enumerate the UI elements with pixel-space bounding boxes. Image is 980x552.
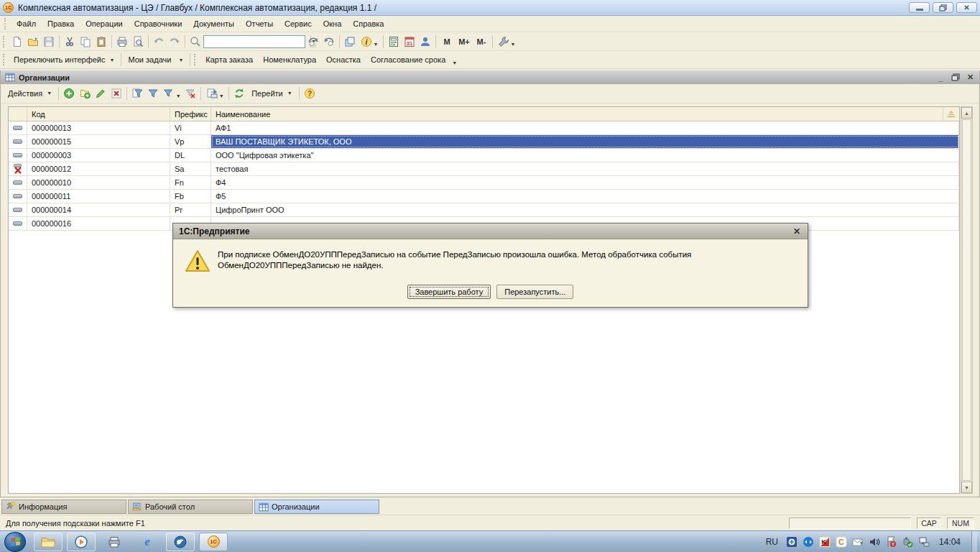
table-row[interactable]: 000000011 Fb Ф5 xyxy=(9,190,959,203)
1c-taskbar-button[interactable]: 1С xyxy=(199,533,228,551)
memory-m-button[interactable]: M xyxy=(438,34,456,49)
cell-prefix[interactable]: Vp xyxy=(170,135,211,148)
minimize-button[interactable] xyxy=(909,2,930,13)
user-monitor-button[interactable] xyxy=(417,34,433,49)
tray-comodo-icon[interactable]: C xyxy=(836,536,847,548)
cell-name[interactable]: ЦифроПринт ООО xyxy=(211,203,959,216)
menu-edit[interactable]: Правка xyxy=(42,17,80,30)
table-row-selected[interactable]: 000000015 Vp ВАШ ПОСТАВЩИК ЭТИКЕТОК, ООО xyxy=(9,135,959,149)
table-row[interactable]: 000000013 Vi АФ1 xyxy=(9,121,959,135)
switch-interface-button[interactable]: Переключить интерфейс ▼ xyxy=(9,53,119,66)
language-indicator[interactable]: RU xyxy=(766,537,778,547)
print-preview-button[interactable] xyxy=(130,34,146,49)
my-tasks-button[interactable]: Мои задачи ▼ xyxy=(124,53,188,66)
cell-code[interactable]: 000000003 xyxy=(27,149,170,162)
nav-order-map[interactable]: Карта заказа xyxy=(200,53,258,66)
table-row[interactable]: 000000010 Fn Ф4 xyxy=(9,176,959,190)
tray-utility-icon[interactable] xyxy=(786,536,798,548)
tray-volume-icon[interactable] xyxy=(869,536,880,548)
toolbar-grip[interactable] xyxy=(194,54,198,65)
find-next-button[interactable] xyxy=(305,34,321,49)
add-button[interactable] xyxy=(61,86,77,101)
cell-code[interactable]: 000000014 xyxy=(27,203,170,216)
menu-help[interactable]: Справка xyxy=(347,17,389,30)
dialog-close-button[interactable]: ✕ xyxy=(792,226,802,236)
cell-prefix[interactable]: Sa xyxy=(170,162,211,175)
clock[interactable]: 14:04 xyxy=(939,537,961,547)
calculator-button[interactable] xyxy=(386,34,402,49)
cell-name[interactable]: тестовая xyxy=(211,162,959,175)
search-combobox[interactable]: ▼ xyxy=(203,35,305,48)
paste-button[interactable] xyxy=(93,34,109,49)
tray-action-center-icon[interactable] xyxy=(885,536,897,548)
undo-button[interactable] xyxy=(151,34,167,49)
calendar-button[interactable]: 31 xyxy=(402,34,417,49)
cell-code[interactable]: 000000015 xyxy=(27,135,170,148)
nav-term-approval[interactable]: Согласование срока xyxy=(366,53,450,66)
end-session-button[interactable]: Завершить работу xyxy=(407,285,491,299)
settings-button[interactable]: ▼ xyxy=(495,34,518,49)
table-row[interactable]: 000000014 Pr ЦифроПринт ООО xyxy=(9,203,959,217)
find-previous-button[interactable] xyxy=(321,34,337,49)
nav-nomenclature[interactable]: Номенклатура xyxy=(258,53,321,66)
header-code[interactable]: Код xyxy=(27,107,170,121)
print-button[interactable] xyxy=(114,34,130,49)
menu-reports[interactable]: Отчеты xyxy=(240,17,279,30)
add-group-button[interactable] xyxy=(77,86,93,101)
output-list-button[interactable]: ▼ xyxy=(203,86,226,101)
refresh-button[interactable] xyxy=(231,86,247,101)
filter-history-button[interactable]: ▼ xyxy=(161,86,182,101)
tray-teamviewer-icon[interactable] xyxy=(803,536,814,548)
cut-button[interactable] xyxy=(62,34,78,49)
tray-kaspersky-icon[interactable]: K xyxy=(819,536,831,548)
cell-name[interactable]: АФ1 xyxy=(211,121,959,134)
cell-prefix[interactable]: Fb xyxy=(170,190,211,203)
header-name[interactable]: Наименование xyxy=(211,107,943,121)
search-input[interactable] xyxy=(204,37,310,47)
table-row-marked-deleted[interactable]: 000000012 Sa тестовая xyxy=(9,162,959,176)
printer-taskbar-button[interactable] xyxy=(100,533,129,551)
cell-name[interactable]: Ф4 xyxy=(211,176,959,189)
ie-taskbar-button[interactable]: e xyxy=(133,533,162,551)
cell-prefix[interactable]: DL xyxy=(170,149,211,162)
cell-prefix[interactable]: Pr xyxy=(170,203,211,216)
redo-button[interactable] xyxy=(167,34,182,49)
cell-prefix[interactable]: Vi xyxy=(170,121,211,134)
edit-button[interactable] xyxy=(93,86,108,101)
goto-button[interactable]: Перейти ▼ xyxy=(247,87,297,100)
toolbar-grip[interactable] xyxy=(4,18,8,29)
menu-catalogs[interactable]: Справочники xyxy=(129,17,188,30)
tab-desktop[interactable]: Рабочий стол xyxy=(128,500,253,514)
thunderbird-taskbar-button[interactable] xyxy=(166,533,195,551)
header-icon-column[interactable] xyxy=(9,107,27,121)
cell-code[interactable]: 000000013 xyxy=(27,121,170,134)
memory-m-minus-button[interactable]: M- xyxy=(473,34,490,49)
help-button[interactable]: ? xyxy=(302,86,318,101)
cell-code[interactable]: 000000011 xyxy=(27,190,170,203)
tab-organizations[interactable]: Организации xyxy=(254,500,379,514)
header-prefix[interactable]: Префикс xyxy=(170,107,211,121)
cell-code[interactable]: 000000012 xyxy=(27,162,170,175)
restore-button[interactable] xyxy=(933,2,953,13)
sort-settings-button[interactable] xyxy=(943,107,959,121)
show-desktop-button[interactable] xyxy=(971,531,977,552)
menu-service[interactable]: Сервис xyxy=(279,17,318,30)
search-icon-button[interactable] xyxy=(188,34,203,49)
close-button[interactable]: ✕ xyxy=(956,2,977,13)
delete-button[interactable] xyxy=(108,86,124,101)
nav-osnastka[interactable]: Оснастка xyxy=(321,53,366,66)
copy-button[interactable] xyxy=(78,34,93,49)
filter-button[interactable] xyxy=(145,86,161,101)
menu-documents[interactable]: Документы xyxy=(188,17,240,30)
tray-network-icon[interactable] xyxy=(918,536,930,548)
table-row[interactable]: 000000003 DL ООО "Цифровая этикетка" xyxy=(9,149,959,162)
tray-mail-icon[interactable] xyxy=(852,536,864,548)
menu-windows[interactable]: Окна xyxy=(318,17,348,30)
scroll-up-button[interactable]: ▲ xyxy=(961,107,972,119)
new-document-button[interactable] xyxy=(9,34,25,49)
explorer-taskbar-button[interactable] xyxy=(34,533,63,551)
cell-name-selected[interactable]: ВАШ ПОСТАВЩИК ЭТИКЕТОК, ООО xyxy=(211,135,959,148)
vertical-scrollbar[interactable]: ▲ ▼ xyxy=(961,106,973,494)
open-button[interactable] xyxy=(25,34,41,49)
start-button[interactable] xyxy=(4,532,26,552)
